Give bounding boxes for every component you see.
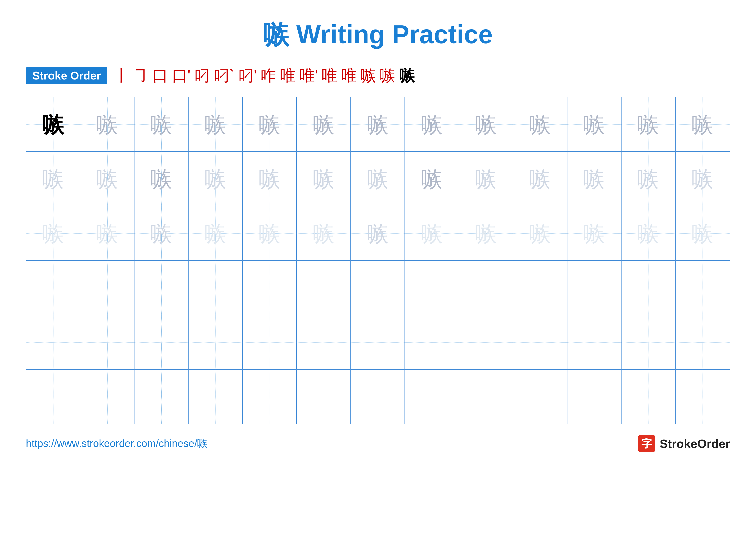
cell-2-1: 嗾 [26,152,80,206]
cell-1-3: 嗾 [134,97,189,151]
cell-1-8: 嗾 [405,97,459,151]
stroke-5: 叼 [194,65,210,86]
grid-row-5 [26,315,730,369]
stroke-13: 嗾 [361,65,376,86]
cell-2-4: 嗾 [189,152,243,206]
cell-1-7: 嗾 [351,97,405,151]
cell-6-9[interactable] [459,369,513,424]
cell-6-4[interactable] [189,369,243,424]
cell-5-6[interactable] [297,315,351,369]
cell-2-10: 嗾 [513,152,567,206]
cell-5-12[interactable] [622,315,676,369]
cell-1-5: 嗾 [243,97,297,151]
cell-2-11: 嗾 [567,152,622,206]
cell-4-3[interactable] [134,261,189,315]
cell-1-2: 嗾 [80,97,134,151]
cell-5-13[interactable] [676,315,730,369]
cell-5-9[interactable] [459,315,513,369]
cell-6-6[interactable] [297,369,351,424]
cell-5-7[interactable] [351,315,405,369]
cell-5-8[interactable] [405,315,459,369]
stroke-6: 叼` [214,65,234,86]
stroke-2: ㇆ [133,65,149,86]
page-container: 嗾 Writing Practice Stroke Order 丨 ㇆ 口 口'… [0,0,756,534]
cell-4-8[interactable] [405,261,459,315]
cell-5-5[interactable] [243,315,297,369]
cell-5-1[interactable] [26,315,80,369]
stroke-9: 唯 [280,65,295,86]
cell-1-11: 嗾 [567,97,622,151]
stroke-10: 唯' [299,65,318,86]
cell-4-13[interactable] [676,261,730,315]
grid-row-3: 嗾 嗾 嗾 嗾 嗾 嗾 嗾 嗾 嗾 嗾 嗾 嗾 嗾 [26,206,730,261]
cell-1-10: 嗾 [513,97,567,151]
stroke-1: 丨 [114,65,129,86]
cell-6-7[interactable] [351,369,405,424]
cell-4-2[interactable] [80,261,134,315]
stroke-4: 口' [172,65,191,86]
cell-3-12: 嗾 [622,206,676,260]
stroke-order-badge: Stroke Order [26,67,107,84]
strokeorder-icon: 字 [638,435,655,452]
cell-1-6: 嗾 [297,97,351,151]
grid-row-4 [26,261,730,315]
cell-4-7[interactable] [351,261,405,315]
cell-3-3: 嗾 [134,206,189,260]
cell-3-8: 嗾 [405,206,459,260]
cell-6-5[interactable] [243,369,297,424]
stroke-15: 嗾 [399,65,415,86]
cell-6-13[interactable] [676,369,730,424]
cell-4-6[interactable] [297,261,351,315]
cell-4-9[interactable] [459,261,513,315]
cell-3-6: 嗾 [297,206,351,260]
cell-1-12: 嗾 [622,97,676,151]
cell-4-4[interactable] [189,261,243,315]
page-title: 嗾 Writing Practice [263,17,493,52]
cell-3-9: 嗾 [459,206,513,260]
cell-2-3: 嗾 [134,152,189,206]
cell-6-11[interactable] [567,369,622,424]
stroke-11: 唯 [322,65,337,86]
cell-3-1: 嗾 [26,206,80,260]
cell-1-13: 嗾 [676,97,730,151]
grid-row-2: 嗾 嗾 嗾 嗾 嗾 嗾 嗾 嗾 嗾 嗾 嗾 嗾 嗾 [26,152,730,206]
cell-5-11[interactable] [567,315,622,369]
cell-2-6: 嗾 [297,152,351,206]
cell-2-8: 嗾 [405,152,459,206]
stroke-7: 叼' [238,65,257,86]
cell-4-1[interactable] [26,261,80,315]
cell-3-11: 嗾 [567,206,622,260]
grid-row-1: 嗾 嗾 嗾 嗾 嗾 嗾 嗾 嗾 嗾 嗾 嗾 嗾 嗾 [26,97,730,152]
cell-1-9: 嗾 [459,97,513,151]
cell-1-1: 嗾 [26,97,80,151]
stroke-sequence: 丨 ㇆ 口 口' 叼 叼` 叼' 咋 唯 唯' 唯 唯 嗾 嗾 嗾 [114,65,415,86]
cell-3-13: 嗾 [676,206,730,260]
stroke-8: 咋 [260,65,276,86]
cell-1-4: 嗾 [189,97,243,151]
cell-2-5: 嗾 [243,152,297,206]
cell-6-3[interactable] [134,369,189,424]
cell-6-8[interactable] [405,369,459,424]
cell-2-13: 嗾 [676,152,730,206]
stroke-12: 唯 [341,65,357,86]
footer-logo: 字 StrokeOrder [638,435,730,452]
cell-5-4[interactable] [189,315,243,369]
grid-row-6 [26,369,730,424]
cell-6-2[interactable] [80,369,134,424]
footer-logo-text: StrokeOrder [660,437,730,451]
cell-6-1[interactable] [26,369,80,424]
cell-4-10[interactable] [513,261,567,315]
cell-5-10[interactable] [513,315,567,369]
cell-6-12[interactable] [622,369,676,424]
stroke-3: 口 [152,65,168,86]
cell-5-3[interactable] [134,315,189,369]
practice-grid: 嗾 嗾 嗾 嗾 嗾 嗾 嗾 嗾 嗾 嗾 嗾 嗾 嗾 嗾 嗾 嗾 嗾 嗾 嗾 嗾 … [26,97,730,424]
cell-4-12[interactable] [622,261,676,315]
cell-6-10[interactable] [513,369,567,424]
cell-5-2[interactable] [80,315,134,369]
footer-url: https://www.strokeorder.com/chinese/嗾 [26,437,207,450]
cell-4-5[interactable] [243,261,297,315]
cell-4-11[interactable] [567,261,622,315]
stroke-order-row: Stroke Order 丨 ㇆ 口 口' 叼 叼` 叼' 咋 唯 唯' 唯 唯… [26,65,730,86]
cell-2-9: 嗾 [459,152,513,206]
